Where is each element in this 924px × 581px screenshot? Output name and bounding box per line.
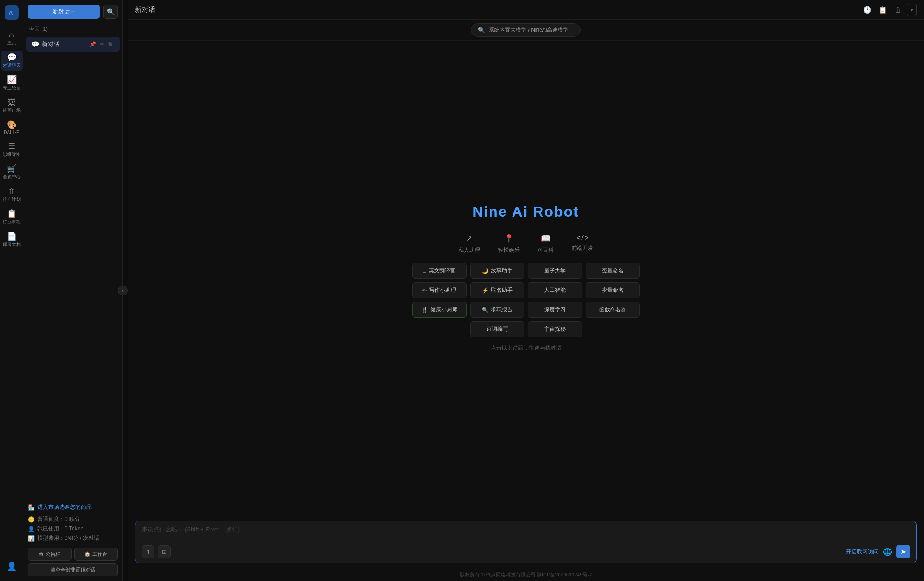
shortcuts-row1: □ 英文翻译官 🌙 故事助手 量子力学 变量命名 — [412, 263, 640, 279]
open-dialog-link[interactable]: 开启联网访问 — [846, 548, 878, 556]
notice-icon: 🏛 — [39, 552, 44, 557]
shortcut-resume[interactable]: 🔍 求职报告 — [470, 302, 524, 318]
category-private[interactable]: ↗ 私人助理 — [458, 234, 480, 254]
history-button[interactable]: 🕐 — [861, 4, 873, 16]
app-logo: Ai — [4, 5, 20, 21]
chat-item-icon: 💬 — [32, 41, 39, 48]
clear-label: 清空全部非置顶对话 — [51, 567, 95, 573]
chat-list-item[interactable]: 💬 新对话 📌 ✏ 🗑 — [26, 37, 120, 52]
stats-row: 🪙 普通额度：0 积分 👤 我已使用：0 Token 📊 模型费用：0积分 / … — [28, 513, 118, 545]
shortcut-translate[interactable]: □ 英文翻译官 — [412, 263, 467, 279]
tasks-icon: 📋 — [7, 210, 17, 218]
sidebar-dalle-label: DALL·E — [4, 130, 19, 135]
sidebar-item-chat[interactable]: 💬 对话聊天 — [1, 51, 23, 71]
new-chat-button[interactable]: 新对话＋ — [28, 5, 100, 19]
input-wrapper: ⬆ ⊡ 开启联网访问 🌐 ➤ — [135, 521, 917, 563]
credits-label: 普通额度：0 积分 — [37, 516, 80, 523]
chat-input[interactable] — [142, 526, 910, 540]
shortcut-ai[interactable]: 人工智能 — [528, 282, 582, 298]
action-buttons: 🏛 公告栏 🏠 工作台 — [28, 548, 118, 561]
workspace-label: 工作台 — [92, 551, 107, 558]
trash-button[interactable]: 🗑 — [892, 4, 904, 16]
chat-list: 💬 新对话 📌 ✏ 🗑 — [23, 36, 122, 497]
clear-chats-button[interactable]: 清空全部非置顶对话 — [28, 563, 118, 576]
dalle-icon: 🎨 — [7, 121, 17, 129]
shortcut-quantum[interactable]: 量子力学 — [528, 263, 582, 279]
copy-button[interactable]: 📋 — [876, 4, 889, 16]
notice-button[interactable]: 🏛 公告栏 — [28, 548, 72, 561]
sidebar-item-member[interactable]: 🛒 会员中心 — [1, 162, 23, 183]
sidebar-item-docs[interactable]: 📄 部署文档 — [1, 230, 23, 250]
new-chat-label: 新对话＋ — [52, 8, 76, 16]
shortcut-universe[interactable]: 宇宙探秘 — [528, 321, 582, 337]
category-leisure[interactable]: 📍 轻松娱乐 — [498, 234, 520, 254]
split-button[interactable]: ⊡ — [158, 545, 171, 558]
edit-icon[interactable]: ✏ — [99, 40, 105, 48]
sidebar-item-mindmap[interactable]: ☰ 思维导图 — [1, 139, 23, 160]
sidebar-chart-label: 专业绘画 — [3, 85, 21, 91]
category-encyclopedia[interactable]: 📖 AI百科 — [538, 234, 554, 254]
used-label: 我已使用：0 Token — [37, 525, 83, 533]
global-icon[interactable]: 🌐 — [883, 548, 892, 556]
stat-used: 👤 我已使用：0 Token — [28, 525, 118, 533]
sidebar-item-chart[interactable]: 📈 专业绘画 — [1, 73, 23, 94]
model-pill[interactable]: 🔍 系统内置大模型 / NineAi高速模型 › — [471, 23, 581, 37]
notice-label: 公告栏 — [46, 551, 60, 558]
upload-button[interactable]: ⬆ — [142, 545, 154, 558]
private-icon: ↗ — [466, 234, 472, 244]
shortcut-naming[interactable]: ⚡ 取名助手 — [470, 282, 524, 298]
frontend-icon: </> — [577, 234, 589, 242]
trash-icon: 🗑 — [895, 6, 901, 14]
left-panel-header: 新对话＋ 🔍 — [23, 0, 122, 23]
shortcut-writing[interactable]: ✏ 写作小助理 — [412, 282, 467, 298]
shortcut-varname2[interactable]: 变量命名 — [586, 282, 640, 298]
left-panel-footer: 🏪 进入市场选购您的商品 🪙 普通额度：0 积分 👤 我已使用：0 Token … — [23, 497, 122, 581]
chat-icon: 💬 — [7, 53, 17, 61]
search-button[interactable]: 🔍 — [103, 5, 118, 19]
sidebar-mindmap-label: 思维导图 — [3, 151, 21, 157]
category-leisure-label: 轻松娱乐 — [498, 246, 520, 254]
sidebar-nav: ⌂ 主页 💬 对话聊天 📈 专业绘画 🖼 绘画广场 🎨 DALL·E ☰ 思维导… — [1, 28, 23, 559]
shortcut-story[interactable]: 🌙 故事助手 — [470, 263, 524, 279]
cost-icon: 📊 — [28, 535, 35, 542]
user-icon: 👤 — [7, 562, 17, 570]
copy-icon: 📋 — [878, 6, 887, 14]
svg-text:Ai: Ai — [9, 9, 15, 17]
delete-icon[interactable]: 🗑 — [107, 40, 114, 48]
model-selector[interactable]: 🔍 系统内置大模型 / NineAi高速模型 › — [128, 20, 924, 41]
shortcut-funcname[interactable]: 函数命名器 — [586, 302, 640, 318]
sidebar: Ai ⌂ 主页 💬 对话聊天 📈 专业绘画 🖼 绘画广场 🎨 DALL·E ☰ … — [0, 0, 23, 581]
category-private-label: 私人助理 — [458, 246, 480, 254]
category-frontend[interactable]: </> 前端开发 — [572, 234, 593, 254]
shortcuts-row2: ✏ 写作小助理 ⚡ 取名助手 人工智能 变量命名 — [412, 282, 640, 298]
send-button[interactable]: ➤ — [896, 545, 910, 558]
writing-icon: ✏ — [422, 287, 427, 294]
chef-icon: 🍴 — [421, 307, 428, 313]
input-area: ⬆ ⊡ 开启联网访问 🌐 ➤ — [128, 515, 924, 569]
model-text: 系统内置大模型 / NineAi高速模型 — [489, 26, 568, 34]
model-search-icon: 🔍 — [478, 27, 485, 33]
credits-icon: 🪙 — [28, 516, 35, 523]
left-panel: 新对话＋ 🔍 今天 (1) 💬 新对话 📌 ✏ 🗑 🏪 进入市场选购您的商品 🪙… — [23, 0, 123, 581]
pin-icon[interactable]: 📌 — [88, 40, 97, 48]
sidebar-item-gallery[interactable]: 🖼 绘画广场 — [1, 96, 23, 116]
sidebar-item-user[interactable]: 👤 — [1, 559, 23, 573]
category-encyclopedia-label: AI百科 — [538, 246, 554, 254]
sidebar-item-home[interactable]: ⌂ 主页 — [1, 28, 23, 49]
today-label: 今天 (1) — [23, 23, 122, 36]
robot-title: Nine Ai Robot — [472, 203, 579, 220]
sidebar-item-tasks[interactable]: 📋 待办事项 — [1, 207, 23, 228]
shortcut-chef[interactable]: 🍴 健康小厨师 — [412, 302, 467, 318]
search-icon: 🔍 — [107, 8, 115, 15]
category-frontend-label: 前端开发 — [572, 244, 593, 252]
cost-label: 模型费用：0积分 / 次对话 — [37, 535, 99, 542]
shortcut-poetry[interactable]: 诗词编写 — [470, 321, 524, 337]
more-dropdown[interactable]: ▾ — [907, 4, 917, 16]
collapse-panel-button[interactable]: ‹ — [118, 286, 128, 295]
sidebar-item-share[interactable]: ⇧ 推广计划 — [1, 184, 23, 205]
market-link[interactable]: 🏪 进入市场选购您的商品 — [28, 502, 118, 513]
shortcut-deeplearning[interactable]: 深度学习 — [528, 302, 582, 318]
workspace-button[interactable]: 🏠 工作台 — [74, 548, 118, 561]
sidebar-item-dalle[interactable]: 🎨 DALL·E — [1, 118, 23, 138]
shortcut-varname1[interactable]: 变量命名 — [586, 263, 640, 279]
